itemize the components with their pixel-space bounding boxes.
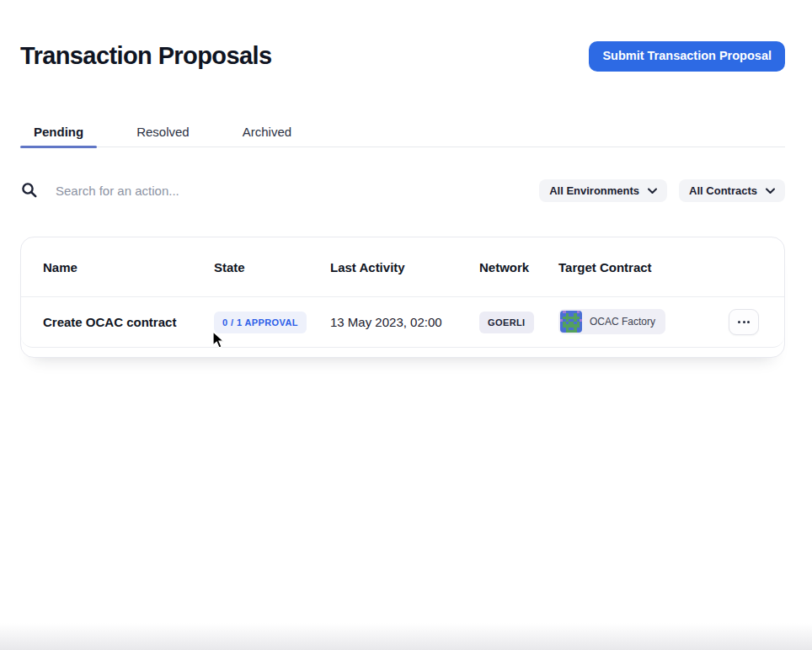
state-cell: 0 / 1 APPROVAL: [214, 312, 330, 333]
contract-blockie-avatar: [560, 311, 582, 333]
tab-pending[interactable]: Pending: [20, 116, 97, 147]
table-header-row: Name State Last Activity Network Target …: [21, 237, 784, 296]
table-row[interactable]: Create OCAC contract 0 / 1 APPROVAL 13 M…: [21, 296, 784, 348]
column-header-state: State: [214, 260, 330, 274]
page-title: Transaction Proposals: [20, 42, 271, 70]
target-contract-cell: OCAC Factory: [558, 309, 729, 336]
tab-pending-label: Pending: [34, 125, 83, 139]
search-input[interactable]: [56, 184, 409, 198]
proposal-name: Create OCAC contract: [21, 315, 214, 329]
contracts-dropdown-value: All Contracts: [689, 184, 757, 197]
filter-dropdowns: All Environments All Contracts: [539, 179, 785, 202]
environments-dropdown[interactable]: All Environments: [539, 179, 667, 202]
proposals-table-card: Name State Last Activity Network Target …: [20, 237, 785, 358]
actions-cell: [729, 309, 784, 335]
chevron-down-icon: [766, 188, 775, 194]
network-cell: GOERLI: [479, 312, 558, 333]
column-header-last-activity: Last Activity: [330, 260, 479, 274]
search-icon: [20, 181, 39, 200]
contracts-dropdown[interactable]: All Contracts: [679, 179, 785, 202]
submit-transaction-proposal-button[interactable]: Submit Transaction Proposal: [589, 41, 785, 72]
bottom-gradient: [0, 623, 812, 650]
column-header-target-contract: Target Contract: [558, 260, 729, 274]
search-area: [20, 181, 539, 200]
tab-bar: Pending Resolved Archived: [20, 116, 785, 147]
network-badge: GOERLI: [479, 312, 534, 333]
approval-status-badge: 0 / 1 APPROVAL: [214, 312, 307, 333]
filter-row: All Environments All Contracts: [20, 174, 785, 206]
chevron-down-icon: [648, 188, 657, 194]
row-actions-ellipsis-button[interactable]: [729, 309, 759, 335]
environments-dropdown-value: All Environments: [549, 184, 639, 197]
tab-resolved-label: Resolved: [136, 125, 190, 139]
column-header-network: Network: [479, 260, 558, 274]
ellipsis-icon: [738, 321, 740, 323]
transaction-proposals-page: Transaction Proposals Submit Transaction…: [0, 0, 812, 650]
tab-resolved[interactable]: Resolved: [123, 116, 203, 147]
last-activity-timestamp: 13 May 2023, 02:00: [330, 315, 479, 329]
target-contract-chip[interactable]: OCAC Factory: [558, 309, 665, 334]
tab-archived-label: Archived: [243, 125, 291, 139]
tab-archived[interactable]: Archived: [229, 116, 305, 147]
column-header-name: Name: [21, 260, 214, 274]
page-header: Transaction Proposals Submit Transaction…: [20, 41, 785, 72]
target-contract-name: OCAC Factory: [590, 316, 655, 328]
